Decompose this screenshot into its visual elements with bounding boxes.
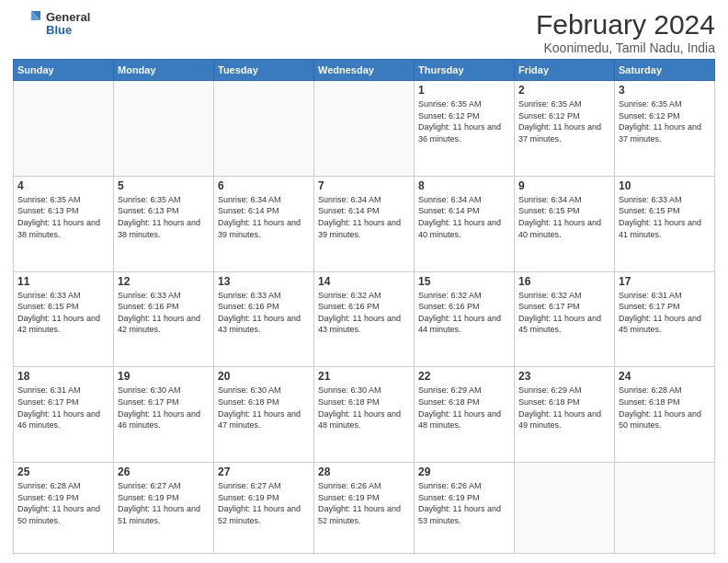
calendar-cell: 23Sunrise: 6:29 AM Sunset: 6:18 PM Dayli… <box>515 367 615 463</box>
day-number: 3 <box>619 84 711 97</box>
day-number: 25 <box>17 465 109 478</box>
day-number: 2 <box>518 84 610 97</box>
calendar-cell: 27Sunrise: 6:27 AM Sunset: 6:19 PM Dayli… <box>214 463 314 554</box>
day-info: Sunrise: 6:32 AM Sunset: 6:17 PM Dayligh… <box>518 290 610 336</box>
day-info: Sunrise: 6:35 AM Sunset: 6:12 PM Dayligh… <box>418 98 510 144</box>
day-info: Sunrise: 6:28 AM Sunset: 6:18 PM Dayligh… <box>619 385 711 431</box>
day-number: 12 <box>118 275 210 288</box>
day-info: Sunrise: 6:32 AM Sunset: 6:16 PM Dayligh… <box>318 290 410 336</box>
day-info: Sunrise: 6:26 AM Sunset: 6:19 PM Dayligh… <box>418 480 510 526</box>
calendar-cell: 18Sunrise: 6:31 AM Sunset: 6:17 PM Dayli… <box>14 367 114 463</box>
day-info: Sunrise: 6:30 AM Sunset: 6:18 PM Dayligh… <box>318 385 410 431</box>
day-info: Sunrise: 6:30 AM Sunset: 6:18 PM Dayligh… <box>218 385 310 431</box>
day-info: Sunrise: 6:34 AM Sunset: 6:14 PM Dayligh… <box>318 194 410 240</box>
calendar-cell: 4Sunrise: 6:35 AM Sunset: 6:13 PM Daylig… <box>14 176 114 271</box>
calendar-cell: 15Sunrise: 6:32 AM Sunset: 6:16 PM Dayli… <box>415 271 515 367</box>
day-info: Sunrise: 6:35 AM Sunset: 6:13 PM Dayligh… <box>118 194 210 240</box>
day-number: 22 <box>418 370 510 383</box>
day-info: Sunrise: 6:33 AM Sunset: 6:16 PM Dayligh… <box>218 290 310 336</box>
logo-container: General Blue <box>13 9 90 39</box>
calendar-table: SundayMondayTuesdayWednesdayThursdayFrid… <box>13 59 715 554</box>
day-info: Sunrise: 6:34 AM Sunset: 6:14 PM Dayligh… <box>418 194 510 240</box>
calendar-cell: 28Sunrise: 6:26 AM Sunset: 6:19 PM Dayli… <box>314 463 415 554</box>
day-number: 17 <box>619 275 711 288</box>
logo-text: General Blue <box>46 11 90 38</box>
calendar-cell <box>515 463 615 554</box>
day-number: 29 <box>418 465 510 478</box>
day-info: Sunrise: 6:35 AM Sunset: 6:13 PM Dayligh… <box>17 194 109 240</box>
day-number: 4 <box>17 179 109 192</box>
calendar-cell: 10Sunrise: 6:33 AM Sunset: 6:15 PM Dayli… <box>615 176 715 271</box>
weekday-header-cell: Saturday <box>615 60 715 81</box>
calendar-cell: 16Sunrise: 6:32 AM Sunset: 6:17 PM Dayli… <box>515 271 615 367</box>
calendar-cell: 9Sunrise: 6:34 AM Sunset: 6:15 PM Daylig… <box>515 176 615 271</box>
calendar-cell: 12Sunrise: 6:33 AM Sunset: 6:16 PM Dayli… <box>114 271 214 367</box>
day-number: 18 <box>17 370 109 383</box>
day-info: Sunrise: 6:33 AM Sunset: 6:15 PM Dayligh… <box>619 194 711 240</box>
calendar-cell: 7Sunrise: 6:34 AM Sunset: 6:14 PM Daylig… <box>314 176 415 271</box>
day-info: Sunrise: 6:35 AM Sunset: 6:12 PM Dayligh… <box>518 98 610 144</box>
day-number: 10 <box>619 179 711 192</box>
day-info: Sunrise: 6:29 AM Sunset: 6:18 PM Dayligh… <box>418 385 510 431</box>
day-info: Sunrise: 6:27 AM Sunset: 6:19 PM Dayligh… <box>218 480 310 526</box>
day-number: 27 <box>218 465 310 478</box>
day-number: 24 <box>619 370 711 383</box>
weekday-header-cell: Thursday <box>415 60 515 81</box>
day-number: 21 <box>318 370 410 383</box>
day-info: Sunrise: 6:31 AM Sunset: 6:17 PM Dayligh… <box>17 385 109 431</box>
day-number: 15 <box>418 275 510 288</box>
calendar-cell: 26Sunrise: 6:27 AM Sunset: 6:19 PM Dayli… <box>114 463 214 554</box>
day-info: Sunrise: 6:33 AM Sunset: 6:15 PM Dayligh… <box>17 290 109 336</box>
day-info: Sunrise: 6:27 AM Sunset: 6:19 PM Dayligh… <box>118 480 210 526</box>
calendar-cell <box>615 463 715 554</box>
day-number: 1 <box>418 84 510 97</box>
day-info: Sunrise: 6:26 AM Sunset: 6:19 PM Dayligh… <box>318 480 410 526</box>
calendar-cell: 20Sunrise: 6:30 AM Sunset: 6:18 PM Dayli… <box>214 367 314 463</box>
calendar-cell <box>114 81 214 177</box>
calendar-cell: 24Sunrise: 6:28 AM Sunset: 6:18 PM Dayli… <box>615 367 715 463</box>
weekday-header-cell: Wednesday <box>314 60 415 81</box>
calendar-week-row: 18Sunrise: 6:31 AM Sunset: 6:17 PM Dayli… <box>14 367 715 463</box>
day-info: Sunrise: 6:31 AM Sunset: 6:17 PM Dayligh… <box>619 290 711 336</box>
day-number: 5 <box>118 179 210 192</box>
day-info: Sunrise: 6:33 AM Sunset: 6:16 PM Dayligh… <box>118 290 210 336</box>
weekday-header-row: SundayMondayTuesdayWednesdayThursdayFrid… <box>14 60 715 81</box>
day-number: 8 <box>418 179 510 192</box>
day-info: Sunrise: 6:34 AM Sunset: 6:14 PM Dayligh… <box>218 194 310 240</box>
day-info: Sunrise: 6:35 AM Sunset: 6:12 PM Dayligh… <box>619 98 711 144</box>
day-number: 13 <box>218 275 310 288</box>
day-number: 11 <box>17 275 109 288</box>
weekday-header-cell: Sunday <box>14 60 114 81</box>
day-number: 28 <box>318 465 410 478</box>
calendar-cell: 3Sunrise: 6:35 AM Sunset: 6:12 PM Daylig… <box>615 81 715 177</box>
calendar-week-row: 1Sunrise: 6:35 AM Sunset: 6:12 PM Daylig… <box>14 81 715 177</box>
header: General Blue February 2024 Koonimedu, Ta… <box>13 9 715 55</box>
day-number: 19 <box>118 370 210 383</box>
weekday-header-cell: Friday <box>515 60 615 81</box>
day-number: 6 <box>218 179 310 192</box>
page: General Blue February 2024 Koonimedu, Ta… <box>0 0 728 563</box>
logo: General Blue <box>13 9 90 39</box>
calendar-cell: 11Sunrise: 6:33 AM Sunset: 6:15 PM Dayli… <box>14 271 114 367</box>
day-number: 16 <box>518 275 610 288</box>
weekday-header-cell: Monday <box>114 60 214 81</box>
calendar-cell: 17Sunrise: 6:31 AM Sunset: 6:17 PM Dayli… <box>615 271 715 367</box>
day-number: 7 <box>318 179 410 192</box>
calendar-cell: 13Sunrise: 6:33 AM Sunset: 6:16 PM Dayli… <box>214 271 314 367</box>
day-number: 26 <box>118 465 210 478</box>
calendar-cell <box>214 81 314 177</box>
day-info: Sunrise: 6:32 AM Sunset: 6:16 PM Dayligh… <box>418 290 510 336</box>
day-info: Sunrise: 6:29 AM Sunset: 6:18 PM Dayligh… <box>518 385 610 431</box>
calendar-cell <box>14 81 114 177</box>
main-title: February 2024 <box>536 9 715 40</box>
calendar-cell: 14Sunrise: 6:32 AM Sunset: 6:16 PM Dayli… <box>314 271 415 367</box>
day-number: 23 <box>518 370 610 383</box>
day-number: 20 <box>218 370 310 383</box>
calendar-week-row: 25Sunrise: 6:28 AM Sunset: 6:19 PM Dayli… <box>14 463 715 554</box>
calendar-cell: 2Sunrise: 6:35 AM Sunset: 6:12 PM Daylig… <box>515 81 615 177</box>
calendar-week-row: 4Sunrise: 6:35 AM Sunset: 6:13 PM Daylig… <box>14 176 715 271</box>
day-info: Sunrise: 6:34 AM Sunset: 6:15 PM Dayligh… <box>518 194 610 240</box>
title-block: February 2024 Koonimedu, Tamil Nadu, Ind… <box>536 9 715 55</box>
calendar-cell: 22Sunrise: 6:29 AM Sunset: 6:18 PM Dayli… <box>415 367 515 463</box>
day-number: 9 <box>518 179 610 192</box>
